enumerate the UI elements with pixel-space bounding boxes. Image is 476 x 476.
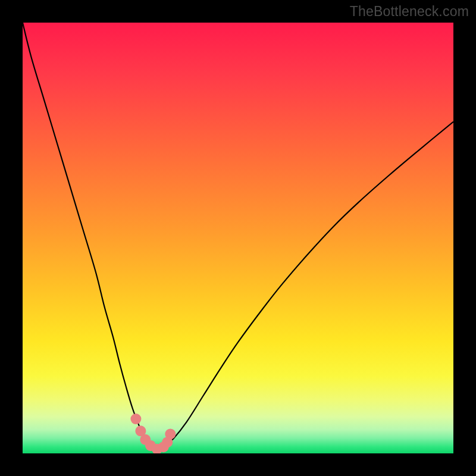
curve-marker <box>165 428 176 439</box>
chart-frame: TheBottleneck.com <box>0 0 476 476</box>
gradient-background <box>23 23 453 453</box>
watermark-text: TheBottleneck.com <box>350 4 469 20</box>
bottleneck-chart <box>23 23 453 453</box>
plot-area <box>23 23 453 453</box>
curve-marker <box>130 414 141 424</box>
